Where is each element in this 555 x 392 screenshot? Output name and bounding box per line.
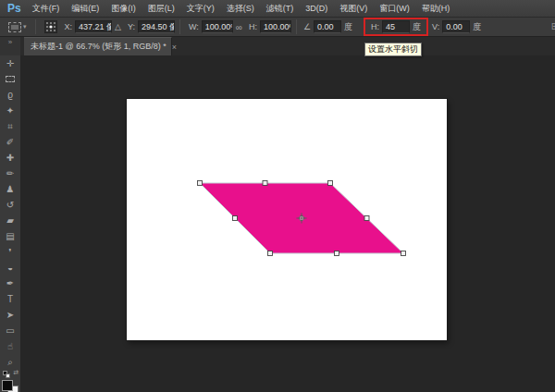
brush-tool-icon[interactable]: ✏ (0, 165, 20, 181)
divider (296, 19, 297, 34)
swap-colors-icon[interactable]: ⇄ (13, 369, 18, 376)
menu-3d[interactable]: 3D(D) (305, 4, 327, 13)
transform-options-bar: ▾ X: 437.21 像素 △ Y: 294.50 像素 W: 100.00%… (0, 18, 555, 37)
rectangle-tool-icon[interactable]: ▭ (0, 323, 20, 338)
menu-view[interactable]: 视图(V) (339, 3, 367, 15)
relative-position-icon[interactable]: △ (115, 22, 121, 31)
tools-panel: ✛ ϱ ✦ ⌗ ✐ ✚ ✏ ♟ ↺ ▰ ▤ ❜ ◒ ✒ T ➤ ▭ ☝ ⌕ ⇄ (0, 55, 20, 392)
rotate-icon: ∠ (303, 22, 311, 31)
menu-help[interactable]: 帮助(H) (422, 3, 450, 15)
zoom-tool-icon[interactable]: ⌕ (0, 354, 20, 370)
x-position-field[interactable]: 437.21 像素 (75, 20, 112, 33)
height-label: H: (249, 22, 257, 31)
tab-bar: » 未标题-1 @ 66.7% (矩形 1, RGB/8) * × (0, 37, 555, 55)
menu-window[interactable]: 窗口(W) (379, 3, 410, 15)
skew-v-unit-label: 度 (473, 21, 481, 33)
skew-v-label: V: (432, 22, 439, 31)
marquee-rect-icon (6, 76, 15, 82)
menu-type[interactable]: 文字(Y) (187, 3, 215, 15)
chevron-down-icon[interactable]: ▾ (23, 23, 27, 31)
menu-edit[interactable]: 编辑(E) (71, 3, 99, 15)
photoshop-window: Ps 文件(F) 编辑(E) 图像(I) 图层(L) 文字(Y) 选择(S) 滤… (0, 0, 555, 392)
height-scale-field[interactable]: 100.00% (260, 20, 291, 33)
width-scale-field[interactable]: 100.00% (202, 20, 233, 33)
reference-point-locator-icon[interactable] (44, 20, 57, 33)
link-dimensions-icon[interactable]: ∞ (236, 22, 242, 32)
y-label: Y: (128, 22, 135, 31)
transform-handle[interactable] (268, 251, 273, 256)
transform-handle[interactable] (263, 181, 267, 186)
close-icon[interactable]: × (172, 43, 177, 52)
crop-tool-icon[interactable]: ⌗ (0, 118, 20, 134)
menu-image[interactable]: 图像(I) (111, 3, 136, 15)
horizontal-skew-field[interactable]: 45 (382, 20, 410, 33)
tool-preset-icon[interactable] (8, 22, 21, 32)
x-label: X: (65, 22, 73, 31)
color-swatches (0, 379, 20, 392)
default-colors-control[interactable]: ⇄ (0, 370, 20, 379)
menu-file[interactable]: 文件(F) (32, 3, 60, 15)
menu-filter[interactable]: 滤镜(T) (266, 3, 294, 15)
history-brush-tool-icon[interactable]: ↺ (0, 197, 20, 213)
rotate-field[interactable]: 0.00 (314, 20, 341, 33)
default-colors-bg-icon (6, 374, 10, 378)
document-tab-title: 未标题-1 @ 66.7% (矩形 1, RGB/8) * (31, 41, 166, 53)
menu-select[interactable]: 选择(S) (227, 3, 254, 15)
type-tool-icon[interactable]: T (0, 291, 20, 307)
y-position-field[interactable]: 294.50 像素 (138, 20, 175, 33)
transform-handle[interactable] (401, 251, 406, 256)
eyedropper-tool-icon[interactable]: ✐ (0, 134, 20, 150)
document-canvas (127, 99, 447, 340)
marquee-tool-icon[interactable] (0, 71, 20, 87)
skew-h-unit-label: 度 (413, 21, 421, 33)
transform-handle[interactable] (328, 181, 333, 186)
menu-bar: Ps 文件(F) 编辑(E) 图像(I) 图层(L) 文字(Y) 选择(S) 滤… (0, 0, 555, 18)
transform-handle[interactable] (233, 216, 238, 221)
menu-layer[interactable]: 图层(L) (148, 3, 175, 15)
width-label: W: (189, 22, 199, 31)
annotation-highlight-box: H: 45 度 (364, 18, 428, 36)
transform-handle[interactable] (335, 251, 339, 256)
canvas-pasteboard (20, 55, 555, 392)
clone-stamp-tool-icon[interactable]: ♟ (0, 181, 20, 197)
divider (179, 19, 180, 34)
transform-overlay (127, 99, 447, 340)
path-select-tool-icon[interactable]: ➤ (0, 307, 20, 323)
hand-tool-icon[interactable]: ☝ (0, 338, 20, 354)
pen-tool-icon[interactable]: ✒ (0, 276, 20, 291)
dodge-tool-icon[interactable]: ◒ (0, 260, 20, 276)
transform-handle[interactable] (364, 216, 369, 221)
healing-brush-tool-icon[interactable]: ✚ (0, 150, 20, 165)
foreground-color-swatch[interactable] (2, 380, 13, 391)
gradient-tool-icon[interactable]: ▤ (0, 228, 20, 244)
blur-tool-icon[interactable]: ❜ (0, 244, 20, 260)
warp-toggle-icon[interactable]: ⊞ (551, 20, 555, 32)
eraser-tool-icon[interactable]: ▰ (0, 213, 20, 228)
document-tab[interactable]: 未标题-1 @ 66.7% (矩形 1, RGB/8) * × (24, 37, 172, 55)
rotate-unit-label: 度 (344, 21, 352, 33)
magic-wand-tool-icon[interactable]: ✦ (0, 103, 20, 118)
vertical-skew-field[interactable]: 0.00 (442, 20, 470, 33)
photoshop-logo: Ps (7, 2, 21, 15)
lasso-tool-icon[interactable]: ϱ (0, 87, 20, 103)
skew-h-label: H: (371, 22, 379, 31)
transform-handle[interactable] (198, 181, 203, 186)
tooltip: 设置水平斜切 (364, 43, 422, 56)
divider (35, 19, 36, 34)
move-tool-icon[interactable]: ✛ (0, 55, 20, 71)
tools-panel-collapse-icon[interactable]: » (0, 37, 20, 55)
